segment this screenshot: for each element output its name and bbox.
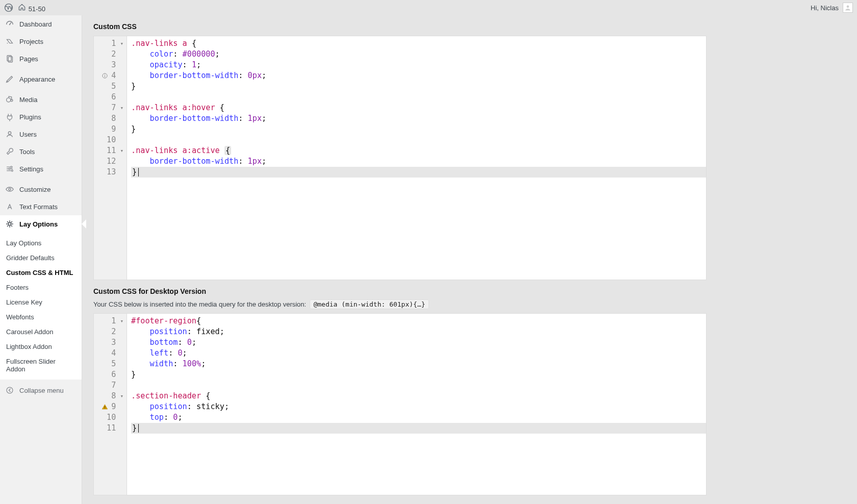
sidebar-item-projects[interactable]: Projects [0,33,82,50]
code-line[interactable]: .nav-links a:active { [131,145,706,156]
custom-css-editor[interactable]: 1▾2 3 4 5 6 7▾8 9 10 11▾12 13 .nav-links… [93,36,707,280]
desktop-css-editor[interactable]: 1▾2 3 4 5 6 7 8▾9 10 11 #footer-region{ … [93,313,707,495]
code-token: :active [187,146,220,155]
sidebar-item-plugins[interactable]: Plugins [0,108,82,125]
svg-point-6 [7,98,11,102]
code-line[interactable]: .section-header { [131,391,706,401]
plugins-icon [5,112,14,121]
code-line[interactable]: color: #000000; [131,49,706,60]
code-token: : [168,348,178,358]
code-token [187,39,192,48]
submenu-item-custom-css-html[interactable]: Custom CSS & HTML [0,265,82,280]
code-line[interactable]: opacity: 1; [131,60,706,70]
fold-toggle [120,380,123,391]
submenu-item-footers[interactable]: Footers [0,280,82,295]
line-number: 2 [111,326,116,337]
code-line[interactable]: border-bottom-width: 0px; [131,70,706,81]
fold-toggle[interactable]: ▾ [120,316,123,326]
code-line[interactable]: top: 0; [131,412,706,423]
code-line[interactable]: } [131,81,706,92]
warning-icon [101,404,108,411]
sidebar-item-label: Lay Options [19,220,58,228]
collapse-label: Collapse menu [19,387,64,394]
tools-icon [5,147,14,156]
code-line[interactable]: bottom: 0; [131,337,706,348]
projects-icon [5,37,14,46]
line-number: 11 [107,145,116,156]
site-title: 51-50 [29,5,45,13]
fold-toggle [120,92,123,103]
sidebar-item-text-formats[interactable]: Text Formats [0,198,82,215]
code-line[interactable]: position: sticky; [131,401,706,412]
editor-code[interactable]: .nav-links a { color: #000000; opacity: … [127,36,706,280]
submenu-item-lightbox-addon[interactable]: Lightbox Addon [0,339,82,354]
submenu-item-gridder-defaults[interactable]: Gridder Defaults [0,250,82,265]
fold-toggle [120,81,123,92]
fold-toggle [120,156,123,167]
sidebar-item-users[interactable]: Users [0,125,82,143]
code-line[interactable]: } [131,167,706,178]
code-token [215,103,220,112]
admin-topbar: 51-50 Hi, Niclas [0,0,857,15]
code-line[interactable]: } [131,124,706,135]
code-token: .nav-links [131,146,178,155]
code-token [131,338,150,347]
sidebar-item-media[interactable]: Media [0,91,82,108]
sidebar-item-dashboard[interactable]: Dashboard [0,15,82,33]
code-token: : [178,338,187,347]
account-link[interactable]: Hi, Niclas [811,4,839,12]
line-number: 7 [111,103,116,113]
collapse-icon [5,386,14,395]
sidebar-item-appearance[interactable]: Appearance [0,70,82,88]
code-line[interactable]: } [131,423,706,434]
code-token: 1px [248,157,262,166]
code-line[interactable]: } [131,369,706,380]
fold-toggle [120,326,123,337]
line-number: 12 [107,156,116,167]
code-line[interactable] [131,135,706,145]
svg-point-1 [847,6,849,8]
avatar[interactable] [843,3,853,13]
line-number: 10 [107,135,116,145]
code-line[interactable]: #footer-region{ [131,316,706,326]
fold-toggle[interactable]: ▾ [120,38,123,49]
fold-toggle[interactable]: ▾ [120,103,123,113]
line-number: 9 [111,124,116,135]
fold-toggle [120,359,123,369]
code-line[interactable] [131,92,706,103]
code-line[interactable] [131,380,706,391]
submenu-item-lay-options[interactable]: Lay Options [0,236,82,250]
editor-code[interactable]: #footer-region{ position: fixed; bottom:… [127,314,706,495]
code-line[interactable]: left: 0; [131,348,706,359]
submenu-item-webfonts[interactable]: Webfonts [0,310,82,324]
sidebar-item-label: Settings [19,165,43,173]
code-token: color [150,49,173,59]
desktop-css-help-text: Your CSS below is inserted into the medi… [93,300,306,308]
home-icon [17,3,27,12]
code-token [131,413,150,422]
collapse-menu[interactable]: Collapse menu [0,381,82,400]
submenu-item-carousel-addon[interactable]: Carousel Addon [0,324,82,339]
submenu-item-fullscreen-slider-addon[interactable]: Fullscreen Slider Addon [0,354,82,376]
site-link[interactable]: 51-50 [17,3,45,13]
code-line[interactable]: border-bottom-width: 1px; [131,113,706,124]
wordpress-logo-icon[interactable] [4,3,13,12]
code-line[interactable]: .nav-links a { [131,38,706,49]
sidebar-item-tools[interactable]: Tools [0,143,82,160]
code-line[interactable]: border-bottom-width: 1px; [131,156,706,167]
code-line[interactable]: .nav-links a:hover { [131,103,706,113]
code-line[interactable]: position: fixed; [131,326,706,337]
sidebar-item-lay-options[interactable]: Lay Options [0,215,82,233]
sidebar-item-settings[interactable]: Settings [0,160,82,178]
code-token [178,103,182,112]
sidebar-item-customize[interactable]: Customize [0,181,82,198]
fold-toggle[interactable]: ▾ [120,145,123,156]
fold-toggle[interactable]: ▾ [120,391,123,401]
sidebar-item-pages[interactable]: Pages [0,50,82,67]
code-token: a [183,146,187,155]
code-token: : sticky; [187,402,229,411]
code-line[interactable]: width: 100%; [131,359,706,369]
line-number: 1 [111,38,116,49]
submenu-item-license-key[interactable]: License Key [0,295,82,310]
code-token: : fixed; [187,327,224,336]
